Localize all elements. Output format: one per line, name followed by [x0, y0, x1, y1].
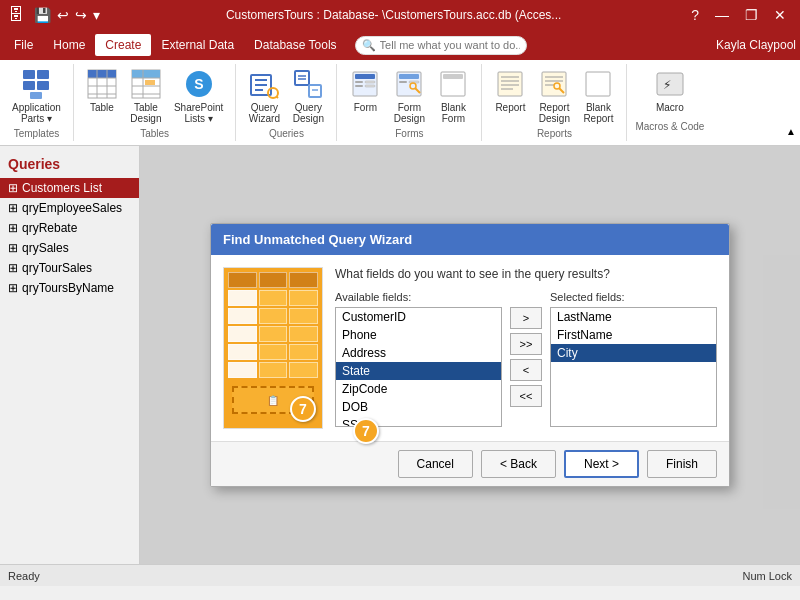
qry-employee-sales-label: qryEmployeeSales [22, 201, 122, 215]
restore-button[interactable]: ❐ [739, 5, 764, 25]
ribbon-group-templates: ApplicationParts ▾ Templates [0, 64, 74, 141]
ribbon-group-reports: Report ReportDesign [482, 64, 627, 141]
available-fields-list[interactable]: CustomerID Phone Address State ZipCode D… [335, 307, 502, 427]
report-design-button[interactable]: ReportDesign [534, 66, 574, 126]
content-area: Find Unmatched Query Wizard [140, 146, 800, 564]
undo-btn[interactable]: ↩ [55, 5, 71, 25]
app-parts-button[interactable]: ApplicationParts ▾ [8, 66, 65, 126]
selected-fields-section: Selected fields: LastName FirstName City [550, 291, 717, 427]
sidebar-item-qry-tours-by-name[interactable]: ⊞ qryToursByName [0, 278, 139, 298]
macros-items: ⚡ Macro [650, 66, 690, 119]
menu-create[interactable]: Create [95, 34, 151, 56]
svg-rect-27 [295, 71, 309, 85]
dialog-illustration: 📋 7 [223, 267, 323, 429]
svg-rect-30 [309, 85, 321, 97]
form-icon [349, 68, 381, 100]
move-one-right-btn[interactable]: > [510, 307, 542, 329]
form-design-icon [393, 68, 425, 100]
field-state[interactable]: State [336, 362, 501, 380]
table-design-button[interactable]: TableDesign [126, 66, 166, 126]
cancel-button[interactable]: Cancel [398, 450, 473, 478]
redo-btn[interactable]: ↪ [73, 5, 89, 25]
app-parts-label: ApplicationParts ▾ [12, 102, 61, 124]
svg-rect-4 [30, 92, 42, 99]
sidebar: Queries ⊞ Customers List ⊞ qryEmployeeSa… [0, 146, 140, 564]
window-title: CustomersTours : Database- \CustomersTou… [102, 8, 685, 22]
save-quick-btn[interactable]: 💾 [32, 5, 53, 25]
form-design-button[interactable]: FormDesign [389, 66, 429, 126]
tell-me-input[interactable] [380, 39, 520, 51]
next-button[interactable]: Next > [564, 450, 639, 478]
blank-form-button[interactable]: BlankForm [433, 66, 473, 126]
move-all-right-btn[interactable]: >> [510, 333, 542, 355]
field-zipcode[interactable]: ZipCode [336, 380, 501, 398]
field-address[interactable]: Address [336, 344, 501, 362]
menu-database-tools[interactable]: Database Tools [244, 34, 347, 56]
macro-button[interactable]: ⚡ Macro [650, 66, 690, 115]
report-label: Report [495, 102, 525, 113]
qry-sales-label: qrySales [22, 241, 69, 255]
menu-home[interactable]: Home [43, 34, 95, 56]
close-button[interactable]: ✕ [768, 5, 792, 25]
sidebar-item-qry-employee-sales[interactable]: ⊞ qryEmployeeSales [0, 198, 139, 218]
sidebar-item-qry-rebate[interactable]: ⊞ qryRebate [0, 218, 139, 238]
table-button[interactable]: Table [82, 66, 122, 115]
step-number-badge: 7 [290, 396, 316, 422]
tables-items: Table TableDesign [82, 66, 227, 126]
minimize-button[interactable]: — [709, 5, 735, 25]
sidebar-item-qry-sales[interactable]: ⊞ qrySales [0, 238, 139, 258]
selected-firstname[interactable]: FirstName [551, 326, 716, 344]
finish-button[interactable]: Finish [647, 450, 717, 478]
move-all-left-btn[interactable]: << [510, 385, 542, 407]
svg-rect-2 [23, 81, 35, 90]
dialog-footer: 7 Cancel < Back Next > Finish [211, 441, 729, 486]
tell-me-box[interactable]: 🔍 [355, 36, 527, 55]
form-button[interactable]: Form [345, 66, 385, 115]
sharepoint-icon: S [183, 68, 215, 100]
tables-group-label: Tables [140, 128, 169, 139]
titlebar: 🗄 💾 ↩ ↪ ▾ CustomersTours : Database- \Cu… [0, 0, 800, 30]
svg-rect-36 [355, 85, 363, 87]
blank-report-button[interactable]: BlankReport [578, 66, 618, 126]
blank-report-icon [582, 68, 614, 100]
report-design-icon [538, 68, 570, 100]
svg-rect-34 [355, 81, 363, 83]
query-icon-4: ⊞ [8, 241, 18, 255]
selected-city[interactable]: City [551, 344, 716, 362]
back-button[interactable]: < Back [481, 450, 556, 478]
sidebar-item-customers-list[interactable]: ⊞ Customers List [0, 178, 139, 198]
dialog-header: Find Unmatched Query Wizard [211, 224, 729, 255]
macro-label: Macro [656, 102, 684, 113]
customize-btn[interactable]: ▾ [91, 5, 102, 25]
menu-external-data[interactable]: External Data [151, 34, 244, 56]
field-dob[interactable]: DOB [336, 398, 501, 416]
selected-fields-list[interactable]: LastName FirstName City [550, 307, 717, 427]
ribbon-group-tables: Table TableDesign [74, 64, 236, 141]
field-customer-id[interactable]: CustomerID [336, 308, 501, 326]
query-wizard-button[interactable]: QueryWizard [244, 66, 284, 126]
field-phone[interactable]: Phone [336, 326, 501, 344]
svg-rect-45 [443, 74, 463, 79]
app-parts-icon [20, 68, 52, 100]
macro-icon: ⚡ [654, 68, 686, 100]
sidebar-item-qry-tour-sales[interactable]: ⊞ qryTourSales [0, 258, 139, 278]
modal-overlay: Find Unmatched Query Wizard [140, 146, 800, 564]
sharepoint-lists-button[interactable]: S SharePointLists ▾ [170, 66, 227, 126]
svg-rect-13 [132, 70, 160, 78]
form-design-label: FormDesign [394, 102, 425, 124]
svg-line-26 [277, 97, 279, 99]
query-design-label: QueryDesign [293, 102, 324, 124]
query-icon-5: ⊞ [8, 261, 18, 275]
svg-rect-6 [88, 70, 116, 78]
selected-lastname[interactable]: LastName [551, 308, 716, 326]
main-area: Queries ⊞ Customers List ⊞ qryEmployeeSa… [0, 146, 800, 564]
ribbon-collapse-btn[interactable]: ▲ [782, 122, 800, 141]
help-button[interactable]: ? [685, 5, 705, 25]
query-design-button[interactable]: QueryDesign [288, 66, 328, 126]
menu-file[interactable]: File [4, 34, 43, 56]
move-one-left-btn[interactable]: < [510, 359, 542, 381]
report-button[interactable]: Report [490, 66, 530, 115]
svg-text:⚡: ⚡ [663, 76, 671, 92]
dialog-question: What fields do you want to see in the qu… [335, 267, 717, 281]
ribbon-group-macros: ⚡ Macro Macros & Code [627, 64, 712, 134]
